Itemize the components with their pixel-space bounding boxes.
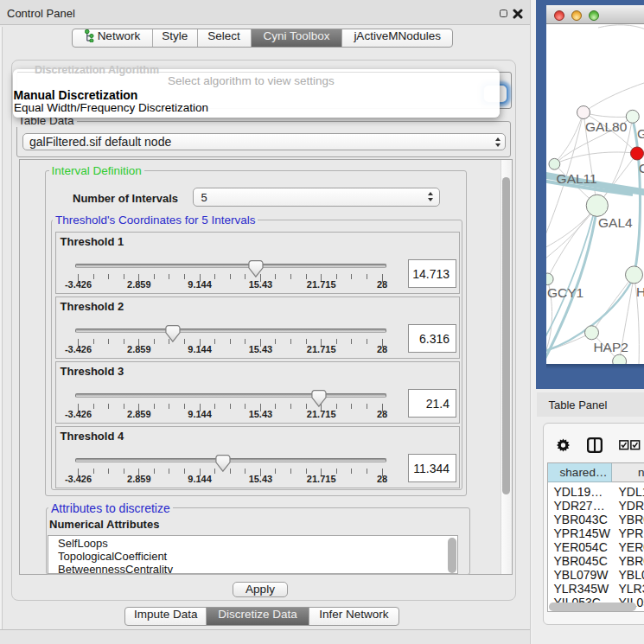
svg-text:HAP2: HAP2 <box>593 340 628 354</box>
svg-text:G.: G. <box>637 126 644 141</box>
svg-text:GAL4: GAL4 <box>598 215 633 230</box>
svg-text:GAL11: GAL11 <box>557 171 597 186</box>
svg-text:GAL80: GAL80 <box>585 119 628 134</box>
svg-text:C.: C. <box>639 161 644 175</box>
svg-text:H: H <box>636 284 644 299</box>
svg-text:GCY1: GCY1 <box>547 285 583 300</box>
